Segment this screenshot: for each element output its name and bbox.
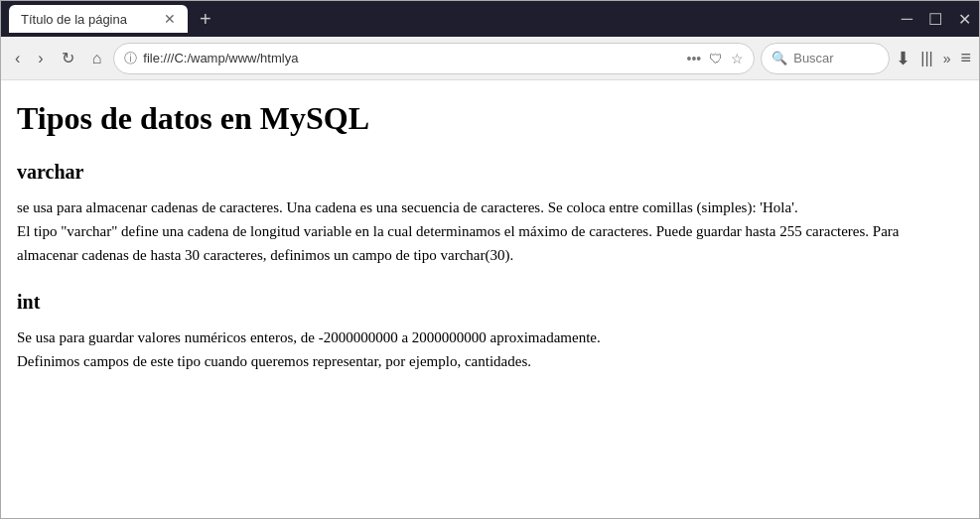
section-int: int Se usa para guardar valores numérico… xyxy=(17,291,963,373)
search-icon: 🔍 xyxy=(771,51,787,65)
back-button[interactable]: ‹ xyxy=(9,46,26,71)
nav-bar: ‹ › ↻ ⌂ ⓘ ••• 🛡 ☆ 🔍 ⬇ ||| » ≡ xyxy=(1,37,979,80)
int-text: Se usa para guardar valores numéricos en… xyxy=(17,325,963,373)
search-bar-wrapper: 🔍 xyxy=(761,43,890,74)
nav-right-icons: ⬇ ||| » ≡ xyxy=(896,48,971,69)
address-bar[interactable] xyxy=(143,51,680,65)
address-bar-wrapper: ⓘ ••• 🛡 ☆ xyxy=(113,43,755,74)
forward-button[interactable]: › xyxy=(32,46,49,71)
varchar-para-1: se usa para almacenar cadenas de caracte… xyxy=(17,199,798,215)
browser-tab[interactable]: Título de la página ✕ xyxy=(9,5,188,33)
shield-icon: 🛡 xyxy=(709,51,723,66)
tab-label: Título de la página xyxy=(21,12,127,27)
more-tools-icon[interactable]: » xyxy=(943,51,951,66)
int-para-1: Se usa para guardar valores numéricos en… xyxy=(17,329,601,345)
menu-icon[interactable]: ≡ xyxy=(960,48,971,68)
star-icon: ☆ xyxy=(731,51,744,66)
page-title: Tipos de datos en MySQL xyxy=(17,100,963,137)
int-para-2: Definimos campos de este tipo cuando que… xyxy=(17,353,531,369)
varchar-heading: varchar xyxy=(17,161,963,184)
address-bar-icons: ••• 🛡 ☆ xyxy=(687,51,745,66)
varchar-para-2: El tipo "varchar" define una cadena de l… xyxy=(17,223,900,263)
close-window-button[interactable]: ✕ xyxy=(958,10,971,29)
minimize-button[interactable]: ─ xyxy=(902,10,912,28)
address-info-icon: ⓘ xyxy=(124,50,137,67)
reload-button[interactable]: ↻ xyxy=(56,45,80,71)
reload-icon: ↻ xyxy=(62,50,74,66)
browser-window: Título de la página ✕ + ─ ☐ ✕ ‹ › ↻ ⌂ ⓘ … xyxy=(0,0,980,519)
section-varchar: varchar se usa para almacenar cadenas de… xyxy=(17,161,963,267)
forward-icon: › xyxy=(38,50,43,66)
window-controls: ─ ☐ ✕ xyxy=(902,10,971,29)
varchar-text: se usa para almacenar cadenas de caracte… xyxy=(17,195,963,267)
new-tab-button[interactable]: + xyxy=(192,8,219,31)
dots-icon: ••• xyxy=(687,51,702,66)
maximize-button[interactable]: ☐ xyxy=(928,10,942,29)
page-content: Tipos de datos en MySQL varchar se usa p… xyxy=(1,80,979,518)
back-icon: ‹ xyxy=(15,50,20,66)
search-input[interactable] xyxy=(793,51,873,65)
tab-close-button[interactable]: ✕ xyxy=(164,11,176,27)
home-button[interactable]: ⌂ xyxy=(86,46,108,71)
title-bar: Título de la página ✕ + ─ ☐ ✕ xyxy=(1,1,979,37)
download-icon[interactable]: ⬇ xyxy=(896,48,910,69)
int-heading: int xyxy=(17,291,963,314)
library-icon[interactable]: ||| xyxy=(920,50,932,67)
home-icon: ⌂ xyxy=(92,50,102,66)
